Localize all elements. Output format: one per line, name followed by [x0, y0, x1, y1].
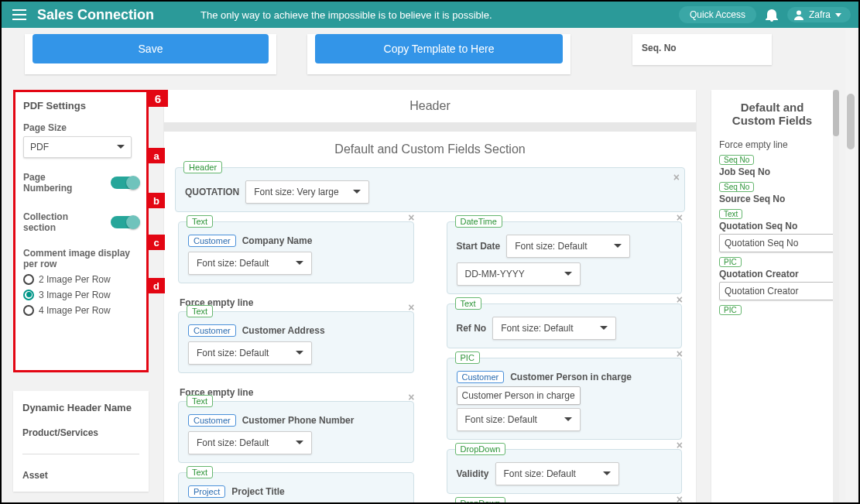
close-icon[interactable]: ×: [677, 493, 683, 504]
field-company-name: Text × CustomerCompany Name Font size: D…: [178, 221, 414, 283]
user-icon: [793, 9, 804, 20]
field-label: Customer Phone Number: [242, 415, 355, 426]
caret-down-icon: [296, 351, 303, 358]
field-label: Project Title: [231, 486, 284, 497]
font-size-value: Font size: Default: [465, 414, 537, 425]
quotation-creator-input[interactable]: Quotation Creator: [719, 282, 833, 300]
font-size-select[interactable]: Font size: Default: [188, 341, 312, 365]
font-size-select-header[interactable]: Font size: Very large: [245, 180, 369, 204]
chip-seqno: Seq No: [719, 155, 754, 165]
right-item-job-seq[interactable]: Job Seq No: [719, 166, 825, 177]
radio-label-1: 3 Image Per Row: [39, 290, 111, 300]
user-name: Zafra: [809, 9, 831, 20]
right-panel-scrollbar[interactable]: [833, 90, 839, 502]
close-icon[interactable]: ×: [677, 348, 683, 360]
close-icon[interactable]: ×: [677, 293, 683, 306]
caret-down-icon: [614, 244, 622, 252]
page-scrollbar[interactable]: [845, 29, 856, 500]
tagline: The only way to achieve the impossible i…: [200, 9, 492, 21]
page-numbering-toggle[interactable]: [111, 177, 139, 189]
dynamic-header-title: Dynamic Header Name: [22, 402, 139, 413]
font-size-select[interactable]: Font size: Default: [188, 431, 312, 454]
right-panel-title: Default and Custom Fields: [719, 101, 825, 127]
field-customer-pic: PIC × CustomerCustomer Person in charge …: [447, 358, 683, 440]
chevron-down-icon: [835, 13, 841, 17]
font-size-select[interactable]: Font size: Default: [188, 252, 312, 275]
chip-pic: PIC: [719, 305, 742, 315]
field-customer-address: Text × CustomerCustomer Address Font siz…: [178, 311, 414, 373]
radio-label-2: 4 Image Per Row: [39, 305, 111, 316]
right-item-quotation-creator[interactable]: Quotation Creator: [719, 269, 825, 279]
font-size-select[interactable]: Font size: Default: [506, 235, 630, 258]
right-fields-panel: Default and Custom Fields Force empty li…: [711, 90, 833, 502]
field-customer-phone: Text × CustomerCustomer Phone Number Fon…: [178, 401, 414, 463]
callout-b: b: [148, 193, 165, 208]
chip-customer: Customer: [188, 235, 236, 247]
hamburger-menu-icon[interactable]: [9, 5, 29, 25]
callout-c: c: [148, 235, 165, 250]
font-size-select[interactable]: Font size: Default: [492, 317, 616, 340]
right-force-empty: Force empty line: [719, 139, 825, 150]
close-icon[interactable]: ×: [677, 439, 683, 451]
dyn-item-1[interactable]: Product/Services: [22, 427, 139, 438]
field-label: Customer Person in charge: [510, 372, 632, 382]
chip-seqno: Seq No: [719, 182, 754, 192]
radio-4-per-row[interactable]: 4 Image Per Row: [23, 305, 139, 316]
chip-pic: PIC: [719, 257, 742, 267]
topbar: Sales Connection The only way to achieve…: [2, 2, 858, 28]
quick-access-button[interactable]: Quick Access: [679, 6, 756, 23]
caret-down-icon: [296, 261, 303, 269]
quotation-seq-input[interactable]: Quotation Seq No: [719, 234, 833, 252]
copy-template-button[interactable]: Copy Template to Here: [315, 34, 563, 63]
bell-icon[interactable]: [766, 8, 778, 22]
font-size-select[interactable]: Font size: Default: [457, 408, 581, 431]
close-icon[interactable]: ×: [677, 211, 683, 224]
quotation-label: QUOTATION: [185, 187, 239, 197]
svg-point-0: [797, 11, 801, 15]
field-label: Ref No: [457, 323, 487, 334]
dynamic-header-panel: Dynamic Header Name Product/Services Ass…: [13, 391, 149, 492]
collection-section-toggle[interactable]: [111, 216, 139, 228]
page-size-select[interactable]: PDF: [23, 136, 132, 158]
close-icon[interactable]: ×: [408, 211, 414, 224]
date-format-select[interactable]: DD-MM-YYYY: [457, 262, 581, 286]
field-project-title: Text ProjectProject Title Font size: Def…: [178, 472, 414, 504]
radio-3-per-row[interactable]: 3 Image Per Row: [23, 290, 139, 300]
caret-down-icon: [564, 272, 572, 279]
page-numbering-label: Page Numbering: [23, 172, 85, 194]
chip-customer: Customer: [188, 324, 236, 337]
chip-customer: Customer: [457, 371, 505, 383]
callout-6: 6: [148, 90, 168, 107]
font-size-select[interactable]: Font size: Default: [495, 462, 619, 485]
font-size-value: Font size: Default: [504, 468, 576, 479]
legend-text: Text: [187, 305, 213, 317]
close-icon[interactable]: ×: [408, 301, 414, 314]
collection-section-label: Collection section: [23, 211, 85, 234]
right-item-source-seq[interactable]: Source Seq No: [719, 194, 825, 204]
callout-a: a: [148, 148, 165, 163]
dyn-item-2[interactable]: Asset: [22, 470, 139, 481]
font-size-value: Font size: Very large: [254, 187, 338, 197]
caret-down-icon: [117, 145, 125, 153]
section-title: Default and Custom Fields Section: [164, 132, 696, 167]
font-size-value: Font size: Default: [501, 323, 573, 334]
radio-2-per-row[interactable]: 2 Image Per Row: [23, 274, 139, 285]
close-icon[interactable]: ×: [673, 171, 680, 183]
legend-text: Text: [187, 466, 213, 478]
header-field-box: Header × QUOTATION Font size: Very large: [175, 167, 685, 212]
pic-input[interactable]: Customer Person in charge: [457, 386, 581, 405]
save-button[interactable]: Save: [33, 34, 269, 63]
header-title: Header: [164, 90, 696, 122]
legend-dropdown: DropDown: [455, 443, 506, 455]
field-label: Company Name: [242, 235, 313, 246]
right-item-quotation-seq[interactable]: Quotation Seq No: [719, 221, 825, 231]
chip-text: Text: [719, 209, 742, 219]
action-row: Save Copy Template to Here Seq. No: [2, 28, 858, 74]
close-icon[interactable]: ×: [408, 391, 414, 403]
pdf-settings-title: PDF Settings: [23, 100, 139, 111]
page-size-label: Page Size: [23, 122, 139, 133]
legend-text: Text: [187, 395, 213, 407]
user-menu[interactable]: Zafra: [787, 7, 851, 22]
comment-image-label: Comment image display per row: [23, 248, 139, 269]
header-section: Header Default and Custom Fields Section…: [164, 90, 696, 504]
